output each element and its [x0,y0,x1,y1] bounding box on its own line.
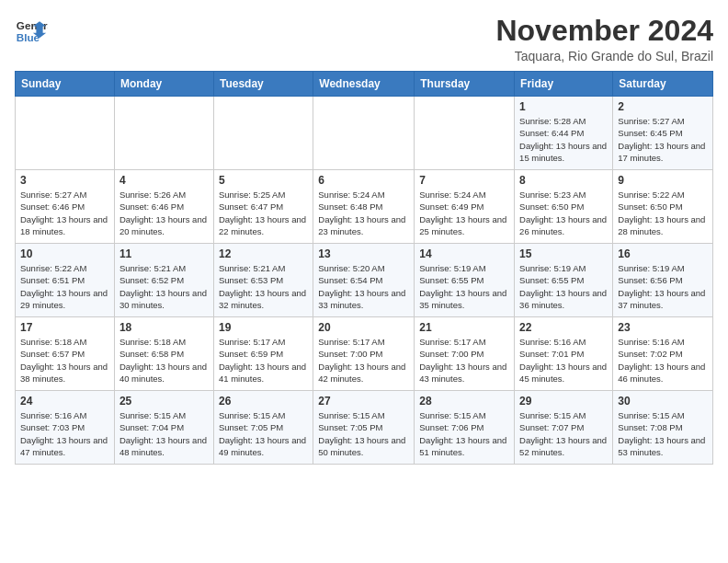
day-number: 11 [119,247,209,260]
day-number: 14 [419,247,509,260]
day-cell: 4Sunrise: 5:26 AM Sunset: 6:46 PM Daylig… [114,170,213,244]
day-number: 25 [119,395,209,408]
day-cell: 2Sunrise: 5:27 AM Sunset: 6:45 PM Daylig… [613,97,713,170]
day-number: 13 [318,247,409,260]
day-number: 22 [519,321,608,334]
day-cell: 3Sunrise: 5:27 AM Sunset: 6:46 PM Daylig… [16,170,115,244]
month-title: November 2024 [495,15,713,47]
calendar-header: Sunday Monday Tuesday Wednesday Thursday… [16,72,713,97]
day-cell: 6Sunrise: 5:24 AM Sunset: 6:48 PM Daylig… [313,170,415,244]
day-number: 15 [519,247,608,260]
day-info: Sunrise: 5:15 AM Sunset: 7:08 PM Dayligh… [618,409,708,458]
day-info: Sunrise: 5:28 AM Sunset: 6:44 PM Dayligh… [519,115,608,164]
week-row-4: 24Sunrise: 5:16 AM Sunset: 7:03 PM Dayli… [16,391,713,465]
day-cell: 7Sunrise: 5:24 AM Sunset: 6:49 PM Daylig… [415,170,515,244]
day-number: 9 [618,174,708,187]
day-info: Sunrise: 5:17 AM Sunset: 6:59 PM Dayligh… [219,336,308,385]
day-number: 29 [519,395,608,408]
day-number: 30 [618,395,708,408]
day-number: 20 [318,321,409,334]
day-number: 26 [219,395,308,408]
day-info: Sunrise: 5:15 AM Sunset: 7:05 PM Dayligh… [219,409,308,458]
day-info: Sunrise: 5:17 AM Sunset: 7:00 PM Dayligh… [419,336,509,385]
day-number: 24 [20,395,109,408]
day-info: Sunrise: 5:18 AM Sunset: 6:57 PM Dayligh… [20,336,109,385]
day-cell [114,97,213,170]
day-number: 12 [219,247,308,260]
day-info: Sunrise: 5:16 AM Sunset: 7:02 PM Dayligh… [618,336,708,385]
header-friday: Friday [515,72,613,97]
day-cell: 19Sunrise: 5:17 AM Sunset: 6:59 PM Dayli… [213,317,313,391]
day-cell: 15Sunrise: 5:19 AM Sunset: 6:55 PM Dayli… [515,244,613,317]
day-number: 18 [119,321,209,334]
day-number: 7 [419,174,509,187]
day-info: Sunrise: 5:21 AM Sunset: 6:53 PM Dayligh… [219,262,308,311]
day-cell: 12Sunrise: 5:21 AM Sunset: 6:53 PM Dayli… [213,244,313,317]
day-info: Sunrise: 5:15 AM Sunset: 7:04 PM Dayligh… [119,409,209,458]
day-cell: 30Sunrise: 5:15 AM Sunset: 7:08 PM Dayli… [613,391,713,465]
day-info: Sunrise: 5:18 AM Sunset: 6:58 PM Dayligh… [119,336,209,385]
day-cell: 20Sunrise: 5:17 AM Sunset: 7:00 PM Dayli… [313,317,415,391]
header-tuesday: Tuesday [213,72,313,97]
page-header: General Blue November 2024 Taquara, Rio … [15,15,713,63]
day-cell [213,97,313,170]
day-info: Sunrise: 5:22 AM Sunset: 6:51 PM Dayligh… [20,262,109,311]
day-cell: 16Sunrise: 5:19 AM Sunset: 6:56 PM Dayli… [613,244,713,317]
day-number: 3 [20,174,109,187]
day-cell: 5Sunrise: 5:25 AM Sunset: 6:47 PM Daylig… [213,170,313,244]
day-number: 2 [618,100,708,113]
day-info: Sunrise: 5:16 AM Sunset: 7:03 PM Dayligh… [20,409,109,458]
week-row-3: 17Sunrise: 5:18 AM Sunset: 6:57 PM Dayli… [16,317,713,391]
day-cell: 21Sunrise: 5:17 AM Sunset: 7:00 PM Dayli… [415,317,515,391]
day-info: Sunrise: 5:27 AM Sunset: 6:46 PM Dayligh… [20,189,109,237]
day-cell: 25Sunrise: 5:15 AM Sunset: 7:04 PM Dayli… [114,391,213,465]
day-info: Sunrise: 5:26 AM Sunset: 6:46 PM Dayligh… [119,189,209,237]
day-cell: 27Sunrise: 5:15 AM Sunset: 7:05 PM Dayli… [313,391,415,465]
day-number: 5 [219,174,308,187]
day-number: 4 [119,174,209,187]
day-cell: 26Sunrise: 5:15 AM Sunset: 7:05 PM Dayli… [213,391,313,465]
day-info: Sunrise: 5:22 AM Sunset: 6:50 PM Dayligh… [618,189,708,237]
header-row: Sunday Monday Tuesday Wednesday Thursday… [16,72,713,97]
day-cell: 23Sunrise: 5:16 AM Sunset: 7:02 PM Dayli… [613,317,713,391]
day-cell: 29Sunrise: 5:15 AM Sunset: 7:07 PM Dayli… [515,391,613,465]
day-cell [16,97,115,170]
header-monday: Monday [114,72,213,97]
calendar-body: 1Sunrise: 5:28 AM Sunset: 6:44 PM Daylig… [16,97,713,465]
day-info: Sunrise: 5:19 AM Sunset: 6:55 PM Dayligh… [519,262,608,311]
day-info: Sunrise: 5:15 AM Sunset: 7:07 PM Dayligh… [519,409,608,458]
calendar-table: Sunday Monday Tuesday Wednesday Thursday… [15,71,713,465]
day-cell: 17Sunrise: 5:18 AM Sunset: 6:57 PM Dayli… [16,317,115,391]
day-cell: 28Sunrise: 5:15 AM Sunset: 7:06 PM Dayli… [415,391,515,465]
day-number: 6 [318,174,409,187]
day-cell: 24Sunrise: 5:16 AM Sunset: 7:03 PM Dayli… [16,391,115,465]
day-info: Sunrise: 5:20 AM Sunset: 6:54 PM Dayligh… [318,262,409,311]
header-saturday: Saturday [613,72,713,97]
day-info: Sunrise: 5:24 AM Sunset: 6:49 PM Dayligh… [419,189,509,237]
day-info: Sunrise: 5:16 AM Sunset: 7:01 PM Dayligh… [519,336,608,385]
day-number: 8 [519,174,608,187]
day-cell: 1Sunrise: 5:28 AM Sunset: 6:44 PM Daylig… [515,97,613,170]
title-block: November 2024 Taquara, Rio Grande do Sul… [495,15,713,63]
day-number: 19 [219,321,308,334]
day-number: 23 [618,321,708,334]
day-info: Sunrise: 5:27 AM Sunset: 6:45 PM Dayligh… [618,115,708,164]
day-info: Sunrise: 5:15 AM Sunset: 7:06 PM Dayligh… [419,409,509,458]
day-number: 21 [419,321,509,334]
week-row-2: 10Sunrise: 5:22 AM Sunset: 6:51 PM Dayli… [16,244,713,317]
header-sunday: Sunday [16,72,115,97]
day-cell: 8Sunrise: 5:23 AM Sunset: 6:50 PM Daylig… [515,170,613,244]
logo-icon: General Blue [15,15,48,48]
header-wednesday: Wednesday [313,72,415,97]
day-number: 16 [618,247,708,260]
location: Taquara, Rio Grande do Sul, Brazil [495,49,713,63]
day-info: Sunrise: 5:24 AM Sunset: 6:48 PM Dayligh… [318,189,409,237]
day-info: Sunrise: 5:21 AM Sunset: 6:52 PM Dayligh… [119,262,209,311]
day-info: Sunrise: 5:17 AM Sunset: 7:00 PM Dayligh… [318,336,409,385]
logo: General Blue [15,15,48,48]
day-cell: 9Sunrise: 5:22 AM Sunset: 6:50 PM Daylig… [613,170,713,244]
day-cell: 18Sunrise: 5:18 AM Sunset: 6:58 PM Dayli… [114,317,213,391]
day-number: 10 [20,247,109,260]
day-cell [415,97,515,170]
week-row-1: 3Sunrise: 5:27 AM Sunset: 6:46 PM Daylig… [16,170,713,244]
